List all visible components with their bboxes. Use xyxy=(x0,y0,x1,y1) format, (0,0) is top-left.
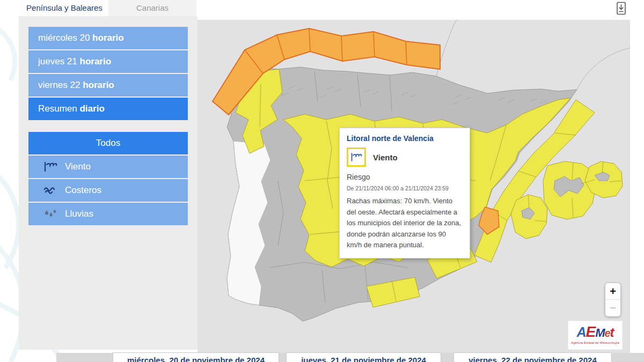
warning-popup: Litoral norte de Valencia Viento Riesgo … xyxy=(339,128,470,258)
day-button-text-bold: horario xyxy=(92,33,124,43)
bottom-tab-label: miércoles, 20 de noviembre de 2024 xyxy=(127,356,265,362)
filter-button-viento[interactable]: Viento xyxy=(28,156,188,178)
popup-risk-level: Riesgo xyxy=(347,173,463,181)
day-button-text-bold: horario xyxy=(80,56,112,67)
filter-label: Todos xyxy=(96,138,120,148)
region-tab-bar: Península y Baleares Canarias xyxy=(20,0,196,16)
filter-label: Lluvias xyxy=(65,209,93,219)
wave-icon xyxy=(43,185,57,196)
warning-level-icon-box xyxy=(347,147,366,167)
day-button-miercoles-horario[interactable]: miércoles 20 horario xyxy=(28,27,188,49)
zoom-out-button[interactable]: − xyxy=(605,300,620,316)
day-button-text: viernes 22 xyxy=(38,80,83,90)
popup-description: Rachas máximas: 70 km/h. Viento del oest… xyxy=(347,196,463,251)
sidebar: miércoles 20 horario jueves 21 horario v… xyxy=(19,16,197,350)
filter-label: Viento xyxy=(65,161,91,172)
rain-icon xyxy=(43,209,57,219)
zoom-in-button[interactable]: + xyxy=(605,283,620,300)
day-button-text-bold: horario xyxy=(83,80,114,90)
day-button-resumen-diario[interactable]: Resumen diario xyxy=(28,98,188,120)
aemet-logo-subtitle: Agencia Estatal de Meteorología xyxy=(571,341,619,345)
day-button-text: miércoles 20 xyxy=(38,33,92,43)
wind-icon xyxy=(350,152,362,162)
popup-validity-period: De 21/11/2024 06:00 a 21/11/2024 23:59 xyxy=(347,185,463,191)
tab-peninsula-baleares[interactable]: Península y Baleares xyxy=(20,0,108,16)
day-button-text: jueves 21 xyxy=(38,56,80,67)
filter-button-costeros[interactable]: Costeros xyxy=(28,179,188,202)
map-zoom-control: + − xyxy=(605,283,620,316)
day-button-text: Resumen xyxy=(38,104,79,114)
bottom-tab-jueves-21[interactable]: jueves, 21 de noviembre de 2024 xyxy=(286,352,441,362)
aemet-logo-word: AEMet xyxy=(576,325,613,341)
popup-phenomenon: Viento xyxy=(373,153,398,162)
day-button-jueves-horario[interactable]: jueves 21 horario xyxy=(28,50,188,73)
bottom-tab-label: viernes, 22 de noviembre de 2024 xyxy=(469,356,596,362)
aemet-logo: AEMet Agencia Estatal de Meteorología xyxy=(568,321,623,350)
filter-button-lluvias[interactable]: Lluvias xyxy=(28,203,188,225)
day-button-text-bold: diario xyxy=(79,104,104,114)
tab-canarias[interactable]: Canarias xyxy=(108,0,196,16)
wind-icon xyxy=(43,161,57,172)
download-icon xyxy=(615,2,628,16)
bottom-tab-miercoles-20[interactable]: miércoles, 20 de noviembre de 2024 xyxy=(113,352,279,362)
popup-title: Litoral norte de Valencia xyxy=(347,134,463,143)
filter-button-todos[interactable]: Todos xyxy=(28,132,188,154)
download-button[interactable] xyxy=(615,2,628,16)
bottom-tab-label: jueves, 21 de noviembre de 2024 xyxy=(301,356,426,362)
day-button-viernes-horario[interactable]: viernes 22 horario xyxy=(28,74,188,97)
filter-label: Costeros xyxy=(65,185,101,196)
bottom-tab-viernes-22[interactable]: viernes, 22 de noviembre de 2024 xyxy=(453,352,612,362)
